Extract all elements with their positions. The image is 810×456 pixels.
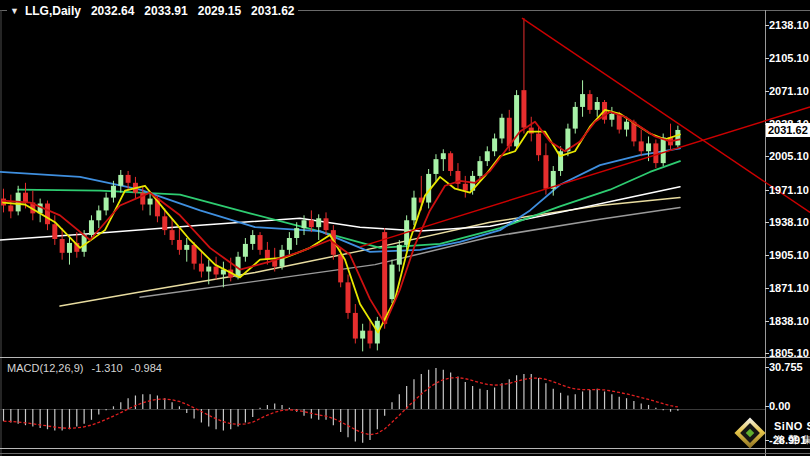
ma-red-line — [3, 112, 680, 324]
candle-body — [441, 153, 446, 159]
close-value: 2031.62 — [251, 4, 294, 18]
axis-tick — [765, 406, 769, 407]
candle-body — [463, 184, 468, 191]
candle-body — [111, 186, 116, 198]
candle-body — [477, 161, 482, 176]
axis-tick — [765, 222, 769, 223]
candle-body — [536, 134, 541, 156]
candle-body — [346, 282, 351, 313]
price-axis-label: 2071.10 — [769, 85, 809, 97]
open-value: 2032.64 — [91, 4, 134, 18]
candle-body — [118, 175, 123, 186]
candle-body — [206, 267, 211, 272]
ma-gray-line — [140, 207, 680, 297]
candle-body — [675, 130, 680, 145]
axis-tick — [765, 58, 769, 59]
axis-tick — [765, 156, 769, 157]
candle-body — [543, 155, 548, 189]
candle-body — [646, 143, 651, 151]
candle-body — [214, 267, 219, 275]
candle-body — [96, 210, 101, 220]
high-value: 2033.91 — [144, 4, 187, 18]
price-axis-label: 1971.10 — [769, 184, 809, 196]
candle-body — [448, 153, 453, 171]
chart-canvas[interactable] — [0, 0, 810, 456]
candle-body — [661, 137, 666, 163]
axis-tick — [765, 255, 769, 256]
candle-body — [45, 204, 50, 225]
candle-body — [302, 220, 307, 228]
axis-tick — [765, 321, 769, 322]
candle-body — [250, 235, 255, 244]
candle-body — [338, 255, 343, 283]
price-axis-label: 1805.10 — [769, 347, 809, 359]
candle-body — [389, 265, 394, 299]
axis-tick — [765, 288, 769, 289]
candle-body — [52, 224, 57, 239]
axis-tick — [765, 25, 769, 26]
candle-body — [595, 102, 600, 110]
candle-body — [529, 128, 534, 134]
symbol-dropdown-arrow-icon[interactable]: ▼ — [10, 6, 19, 16]
candle-body — [397, 245, 402, 265]
candle-body — [492, 138, 497, 151]
macd-name: MACD(12,26,9) — [7, 362, 83, 374]
macd-indicator-label: MACD(12,26,9) -1.310 -0.984 — [7, 362, 167, 374]
candle-body — [199, 264, 204, 272]
candle-body — [104, 198, 109, 211]
candle-body — [353, 313, 358, 339]
price-axis-label: 2005.10 — [769, 150, 809, 162]
price-axis-label: 2138.10 — [769, 19, 809, 31]
candle-body — [573, 107, 578, 129]
candle-body — [324, 218, 329, 230]
candle-body — [177, 240, 182, 250]
candle-body — [148, 199, 153, 205]
axis-tick — [765, 190, 769, 191]
current-price-box: 2031.62 — [766, 123, 810, 137]
candle-body — [192, 245, 197, 264]
chart-title: ▼ LLG,Daily 2032.64 2033.91 2029.15 2031… — [7, 4, 298, 18]
price-axis-label: 1938.10 — [769, 216, 809, 228]
candle-body — [8, 205, 13, 211]
candle-body — [521, 90, 526, 127]
macd-value: -1.310 — [91, 362, 122, 374]
candle-body — [294, 228, 299, 238]
candle-body — [360, 331, 365, 339]
price-axis-label: 1905.10 — [769, 249, 809, 261]
symbol-label: LLG,Daily — [25, 4, 81, 18]
brand-name-chinese: 漢聲集團 — [774, 434, 810, 445]
trading-chart-window: ▼ LLG,Daily 2032.64 2033.91 2029.15 2031… — [0, 0, 810, 456]
candle-body — [89, 220, 94, 235]
low-value: 2029.15 — [198, 4, 241, 18]
axis-tick — [765, 367, 769, 368]
candle-body — [162, 216, 167, 230]
candle-body — [499, 118, 504, 139]
candle-body — [485, 151, 490, 161]
brand-logo: SiNO SOUND 漢聲集團 — [733, 416, 810, 450]
price-axis-label: 1871.10 — [769, 282, 809, 294]
candle-body — [316, 218, 321, 227]
candle-body — [639, 141, 644, 151]
candle-body — [587, 94, 592, 110]
candle-body — [624, 122, 629, 130]
candle-body — [309, 220, 314, 227]
candle-body — [433, 159, 438, 174]
macd-signal-value: -0.984 — [131, 362, 162, 374]
candle-body — [126, 175, 131, 183]
candle-body — [67, 243, 72, 253]
candle-body — [368, 331, 373, 344]
price-axis-label: 1838.10 — [769, 315, 809, 327]
candle-body — [243, 244, 248, 257]
axis-tick — [765, 91, 769, 92]
candle-body — [170, 230, 175, 240]
candle-body — [258, 235, 263, 250]
candle-body — [653, 143, 658, 163]
candle-body — [287, 238, 292, 250]
axis-tick — [765, 353, 769, 354]
macd-axis-label: 0.00 — [769, 400, 790, 412]
brand-diamond-icon — [733, 416, 767, 450]
price-axis-label: 2105.10 — [769, 52, 809, 64]
candle-body — [580, 94, 585, 107]
candle-body — [23, 193, 28, 203]
candle-body — [609, 114, 614, 120]
